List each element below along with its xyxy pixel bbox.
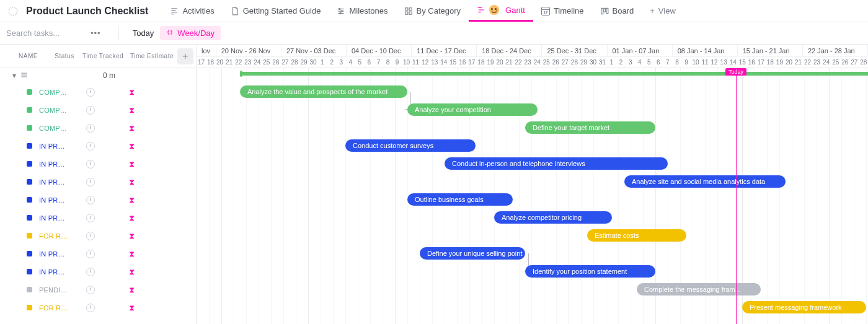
hourglass-icon[interactable]: ⧗ xyxy=(129,159,135,169)
clock-icon[interactable] xyxy=(86,88,95,97)
tab-gantt[interactable]: Gantt xyxy=(469,0,533,22)
add-view-button[interactable]: + View xyxy=(642,0,684,22)
gantt-body[interactable]: TodayAnalyze the value and prospects of … xyxy=(197,68,868,324)
clock-icon[interactable] xyxy=(86,268,95,276)
col-time-estimate[interactable]: Time Estimate xyxy=(126,53,177,59)
tab-by-category[interactable]: By Category xyxy=(396,0,469,22)
tab-getting-started-guide[interactable]: Getting Started Guide xyxy=(223,0,329,22)
hourglass-icon[interactable]: ⧗ xyxy=(129,141,135,151)
clock-icon[interactable] xyxy=(86,304,95,312)
gantt-bar[interactable]: Estimate costs xyxy=(587,229,686,242)
status-square-icon xyxy=(27,197,32,203)
hourglass-icon[interactable]: ⧗ xyxy=(129,213,135,223)
svg-rect-14 xyxy=(409,12,412,14)
gantt-bar[interactable]: Define your target market xyxy=(525,121,655,134)
clock-icon[interactable] xyxy=(86,142,95,151)
status-square-icon xyxy=(27,179,32,185)
gantt-bar[interactable]: Complete the messaging fram... xyxy=(637,283,761,296)
tab-board[interactable]: Board xyxy=(592,0,642,22)
task-row[interactable]: COMPLETE...⧗ xyxy=(0,101,196,119)
task-row[interactable]: IN PROGR...⧗ xyxy=(0,263,196,281)
add-view-label: View xyxy=(658,6,676,15)
task-row[interactable]: IN PROGR...⧗ xyxy=(0,191,196,209)
status-square-icon xyxy=(27,143,32,149)
gantt-bar[interactable]: Outline business goals xyxy=(407,193,513,206)
toolbar: ••• Today Week/Day xyxy=(0,22,868,45)
hourglass-icon[interactable]: ⧗ xyxy=(129,267,135,277)
hourglass-icon[interactable]: ⧗ xyxy=(129,231,135,241)
col-status[interactable]: Status xyxy=(50,53,79,59)
task-row[interactable]: IN PROGR...⧗ xyxy=(0,209,196,227)
col-name[interactable]: NAME xyxy=(0,53,50,59)
clock-icon[interactable] xyxy=(86,160,95,169)
gantt-bar[interactable]: Conduct in-person and telephone intervie… xyxy=(445,157,668,170)
status-square-icon xyxy=(27,287,32,292)
gantt-icon xyxy=(477,6,485,14)
task-row[interactable]: COMPLETE...⧗ xyxy=(0,83,196,101)
doc-icon xyxy=(231,7,239,15)
task-status-label: IN PROGR... xyxy=(39,142,69,150)
gantt-bar[interactable]: Analyze your competition xyxy=(407,103,538,116)
gantt-header-days: 1718202122232425262728293012345678910111… xyxy=(197,57,868,68)
tab-timeline[interactable]: 17Timeline xyxy=(533,0,592,22)
hourglass-icon[interactable]: ⧗ xyxy=(129,285,135,295)
task-row[interactable]: IN PROGR...⧗ xyxy=(0,137,196,155)
clock-icon[interactable] xyxy=(86,232,95,240)
collapse-icon[interactable]: ▾ xyxy=(0,71,19,80)
gantt-bar[interactable]: Analyze site and social media analytics … xyxy=(624,175,786,188)
hourglass-icon[interactable]: ⧗ xyxy=(129,123,135,133)
clock-icon[interactable] xyxy=(86,214,95,222)
col-time-tracked[interactable]: Time Tracked xyxy=(79,53,126,59)
clock-icon[interactable] xyxy=(86,286,95,294)
activities-icon xyxy=(170,7,179,15)
more-icon[interactable]: ••• xyxy=(91,28,101,38)
task-row[interactable]: IN PROGR...⧗ xyxy=(0,245,196,263)
task-list-sidebar: NAME Status Time Tracked Time Estimate +… xyxy=(0,45,197,324)
clock-icon[interactable] xyxy=(86,196,95,204)
gantt-bar[interactable]: Present messaging framework xyxy=(742,301,866,313)
hourglass-icon[interactable]: ⧗ xyxy=(129,105,135,115)
clock-icon[interactable] xyxy=(86,106,95,115)
zoom-toggle[interactable]: Week/Day xyxy=(160,26,221,40)
tab-activities[interactable]: Activities xyxy=(162,0,222,22)
task-row[interactable]: IN PROGR...⧗ xyxy=(0,155,196,173)
task-row[interactable]: PENDING...⧗ xyxy=(0,281,196,299)
task-status-label: IN PROGR... xyxy=(39,160,69,168)
tab-milestones[interactable]: Milestones xyxy=(329,0,396,22)
task-status-label: FOR REVI... xyxy=(39,304,69,312)
summary-row[interactable]: ▾ 0 m xyxy=(0,68,196,83)
today-button[interactable]: Today xyxy=(126,26,161,40)
hourglass-icon[interactable]: ⧗ xyxy=(129,87,135,97)
task-status-label: IN PROGR... xyxy=(39,178,69,186)
board-icon xyxy=(600,7,609,15)
gantt-bar[interactable]: Analyze the value and prospects of the m… xyxy=(240,85,407,98)
app-logo-icon xyxy=(0,6,26,17)
status-square-icon xyxy=(27,89,32,95)
task-row[interactable]: FOR REVI...⧗ xyxy=(0,299,196,317)
gantt-bar[interactable]: Identify your position statement xyxy=(525,265,655,278)
gantt-bar[interactable]: Conduct customer surveys xyxy=(345,139,476,152)
clock-icon[interactable] xyxy=(86,250,95,258)
task-status-label: FOR REVI... xyxy=(39,232,69,240)
search-input[interactable] xyxy=(6,26,81,41)
hourglass-icon[interactable]: ⧗ xyxy=(129,195,135,205)
hourglass-icon[interactable]: ⧗ xyxy=(129,249,135,259)
hourglass-icon[interactable]: ⧗ xyxy=(129,177,135,187)
clock-icon[interactable] xyxy=(86,124,95,133)
gantt-bar[interactable]: Analyze competitor pricing xyxy=(494,211,612,224)
hourglass-icon[interactable]: ⧗ xyxy=(129,303,135,313)
gantt-chart[interactable]: lov20 Nov - 26 Nov27 Nov - 03 Dec04 Dec … xyxy=(197,45,868,324)
task-row[interactable]: FOR REVI...⧗ xyxy=(0,227,196,245)
gantt-bar[interactable]: Define your unique selling point xyxy=(420,247,525,260)
clock-icon[interactable] xyxy=(86,178,95,186)
avatar-icon xyxy=(489,5,499,15)
column-headers: NAME Status Time Tracked Time Estimate + xyxy=(0,45,196,68)
list-icon xyxy=(20,71,29,81)
task-status-label: PENDING... xyxy=(39,286,69,294)
timeline-icon: 17 xyxy=(541,7,550,15)
milestones-icon xyxy=(337,7,345,15)
task-row[interactable]: COMPLETE...⧗ xyxy=(0,119,196,137)
task-row[interactable]: IN PROGR...⧗ xyxy=(0,173,196,191)
summary-bar[interactable] xyxy=(240,72,868,76)
add-column-button[interactable]: + xyxy=(177,48,193,64)
